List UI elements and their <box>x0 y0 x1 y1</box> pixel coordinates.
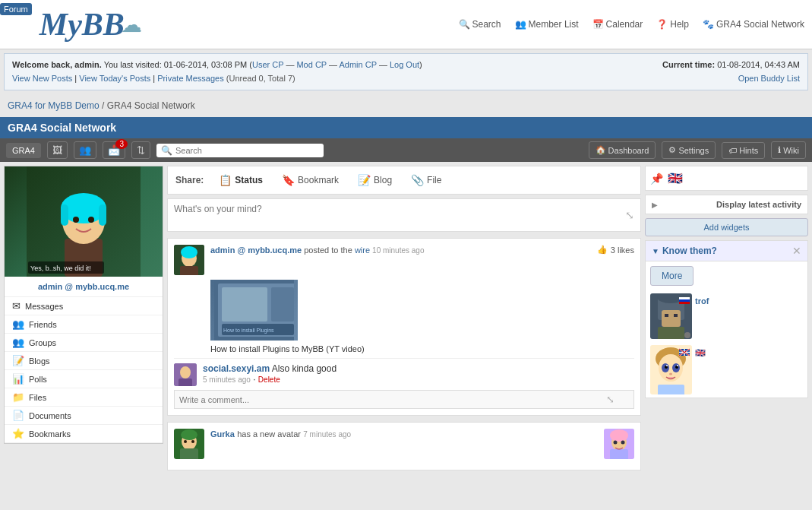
svg-rect-42 <box>674 314 678 317</box>
mod-cp-link[interactable]: Mod CP <box>296 60 327 69</box>
svg-point-8 <box>73 217 79 223</box>
menu-bookmarks[interactable]: ⭐ Bookmarks <box>5 425 163 443</box>
breadcrumb-home[interactable]: GRA4 for MyBB Demo <box>8 100 100 111</box>
gra4-search-input[interactable] <box>175 146 319 155</box>
menu-documents[interactable]: 📄 Documents <box>5 407 163 425</box>
comment-text: Also kinda good <box>272 363 336 374</box>
wiki-button[interactable]: ℹ Wiki <box>771 141 806 159</box>
share-tab-blog[interactable]: 📝 Blog <box>354 173 396 188</box>
gra4-home-button[interactable]: GRA4 <box>6 143 41 158</box>
wire-link[interactable]: wire <box>355 245 370 255</box>
welcome-bar: Welcome back, admin. You last visited: 0… <box>4 53 808 90</box>
comment-time: 5 minutes ago <box>203 375 251 384</box>
share-label: Share: <box>175 175 204 185</box>
polls-icon: 📊 <box>12 373 24 385</box>
post-author-name[interactable]: admin @ mybb.ucq.me <box>210 245 304 255</box>
svg-text:How to install Plugins: How to install Plugins <box>223 328 274 334</box>
profile-name: admin @ mybb.ucq.me <box>5 277 163 297</box>
user-trof-avatar[interactable] <box>650 293 692 339</box>
hints-button[interactable]: 🏷 Hints <box>722 142 765 159</box>
friends-button[interactable]: 👥 <box>74 141 96 159</box>
current-time-label: Current time: <box>662 60 715 69</box>
user-anime-avatar[interactable] <box>650 345 692 394</box>
menu-files[interactable]: 📁 Files <box>5 388 163 407</box>
menu-messages[interactable]: ✉ Messages <box>5 297 163 315</box>
dashboard-button[interactable]: 🏠 Dashboard <box>589 141 656 159</box>
welcome-left: Welcome back, admin. You last visited: 0… <box>12 59 422 85</box>
blogs-icon: 📝 <box>12 355 24 366</box>
svg-point-35 <box>614 441 618 445</box>
view-today-posts-link[interactable]: View Today's Posts <box>79 74 150 83</box>
status-input-area[interactable]: ⤡ <box>167 198 641 232</box>
profile-pic-button[interactable]: 🖼 <box>47 141 68 159</box>
user-cp-link[interactable]: User CP <box>252 60 283 69</box>
comment-delete-link[interactable]: Delete <box>258 375 280 384</box>
sort-button[interactable]: ⇅ <box>131 141 150 159</box>
comment-input[interactable] <box>179 395 606 404</box>
gurka-author[interactable]: Gurka <box>210 429 235 439</box>
thumbnail-svg: How to install Plugins <box>214 280 294 341</box>
post-time: 10 minutes ago <box>372 246 424 255</box>
post-thumbnail[interactable]: How to install Plugins <box>210 280 298 341</box>
blog-icon: 📝 <box>358 174 371 186</box>
expand-icon: ⤡ <box>625 209 634 221</box>
gurka-avatar-svg <box>174 429 204 459</box>
svg-rect-34 <box>610 449 628 459</box>
svg-point-57 <box>669 373 672 375</box>
display-activity-bar[interactable]: ▶ Display latest activity <box>645 195 808 214</box>
collapse-triangle-icon[interactable]: ▼ <box>652 247 659 255</box>
post-avatar-svg <box>174 245 204 275</box>
logo-text: MyBB <box>39 6 125 43</box>
more-button[interactable]: More <box>650 266 694 286</box>
view-new-posts-link[interactable]: View New Posts <box>12 74 72 83</box>
nav-calendar[interactable]: 📅 Calendar <box>592 19 643 30</box>
activity-triangle-icon: ▶ <box>652 201 658 209</box>
svg-point-36 <box>621 441 625 445</box>
menu-blogs[interactable]: 📝 Blogs <box>5 352 163 370</box>
menu-friends[interactable]: 👥 Friends <box>5 315 163 334</box>
right-top-flags: 📌 🇬🇧 <box>645 166 808 191</box>
svg-rect-45 <box>679 299 690 302</box>
comment-input-row[interactable]: ⤡ <box>174 390 634 409</box>
post-author-avatar[interactable] <box>174 245 204 275</box>
share-bar: Share: 📋 Status 🔖 Bookmark 📝 Blog 📎 File <box>167 166 641 195</box>
comment-item: social.sexyi.am Also kinda good 5 minute… <box>174 363 634 386</box>
log-out-link[interactable]: Log Out <box>390 60 419 69</box>
private-messages-link[interactable]: Private Messages <box>157 74 223 83</box>
share-tab-file[interactable]: 📎 File <box>407 173 445 188</box>
nav-search[interactable]: 🔍 Search <box>459 19 501 30</box>
post-avatar-image <box>174 245 204 275</box>
user-card-anime: 🇬🇧 <box>646 342 807 398</box>
comment-author[interactable]: social.sexyi.am <box>203 363 270 374</box>
know-them-close-icon[interactable]: ✕ <box>792 245 801 257</box>
comment-body: social.sexyi.am Also kinda good 5 minute… <box>203 363 336 385</box>
gurka-avatar[interactable] <box>174 429 204 459</box>
file-icon: 📎 <box>411 174 424 186</box>
nav-gra4[interactable]: 🐾 GRA4 Social Network <box>703 19 804 30</box>
settings-button[interactable]: ⚙ Settings <box>662 141 716 159</box>
profile-image: Yes, b..sh, we did it! <box>5 166 163 277</box>
share-tab-bookmark[interactable]: 🔖 Bookmark <box>278 173 343 188</box>
post-likes[interactable]: 👍 3 likes <box>597 245 634 255</box>
share-tab-status[interactable]: 📋 Status <box>215 173 267 188</box>
svg-rect-40 <box>662 310 681 327</box>
profile-avatar-svg: Yes, b..sh, we did it! <box>27 166 141 277</box>
profile-menu: ✉ Messages 👥 Friends 👥 Groups 📝 Blogs 📊 <box>5 297 163 443</box>
welcome-right: Current time: 01-08-2014, 04:43 AM Open … <box>662 59 800 85</box>
open-buddy-list-link[interactable]: Open Buddy List <box>738 74 800 83</box>
nav-member-list[interactable]: 👥 Member List <box>515 19 579 30</box>
menu-groups[interactable]: 👥 Groups <box>5 334 163 352</box>
user-trof-name[interactable]: trof <box>695 296 709 306</box>
pm-info: (Unread 0, Total 7) <box>226 74 295 83</box>
notifications-button[interactable]: 📩 3 <box>103 141 125 159</box>
status-icon: 📋 <box>219 174 232 186</box>
gra4-search-box[interactable]: 🔍 <box>156 144 324 157</box>
svg-rect-28 <box>180 448 198 459</box>
menu-polls[interactable]: 📊 Polls <box>5 370 163 388</box>
nav-help[interactable]: ❓ Help <box>656 19 689 30</box>
admin-cp-link[interactable]: Admin CP <box>340 60 377 69</box>
profile-name-link[interactable]: admin @ mybb.ucq.me <box>38 282 129 291</box>
post-thumbnail-image: How to install Plugins <box>210 280 298 341</box>
status-textarea[interactable] <box>174 204 611 226</box>
add-widgets-button[interactable]: Add widgets <box>645 218 808 236</box>
